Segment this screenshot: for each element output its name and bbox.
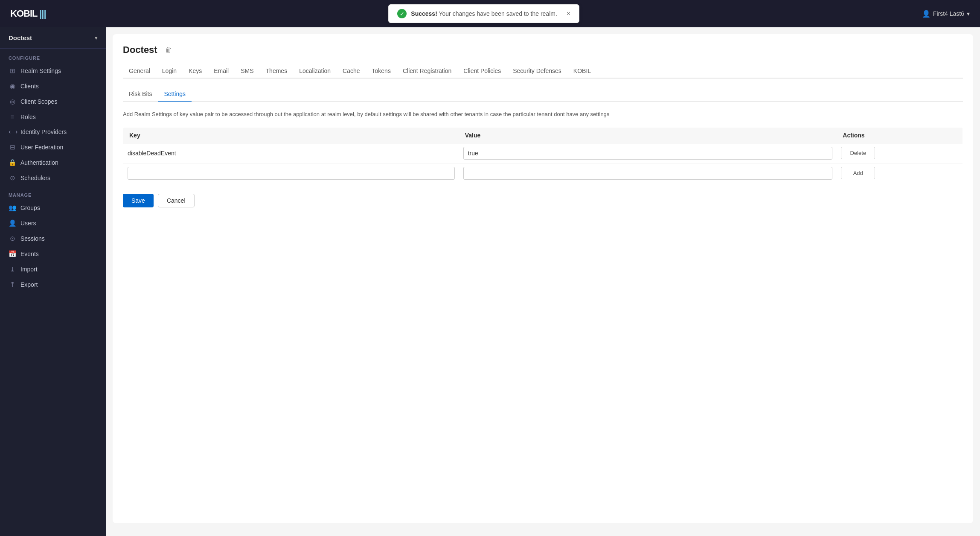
main-layout: Doctest ▾ Configure ⊞ Realm Settings ◉ C…	[0, 27, 980, 536]
settings-table: Key Value Actions disableDeadEvent	[123, 127, 963, 184]
toast-message: Success! Your changes have been saved to…	[411, 10, 557, 17]
add-row-button[interactable]: Add	[841, 167, 875, 179]
sidebar-item-events[interactable]: 📅 Events	[0, 246, 106, 262]
sub-tab-settings[interactable]: Settings	[158, 87, 192, 102]
sidebar-item-export[interactable]: ⤒ Export	[0, 277, 106, 292]
sidebar-item-label: Import	[20, 266, 38, 273]
sidebar-item-user-federation[interactable]: ⊟ User Federation	[0, 140, 106, 155]
tab-general[interactable]: General	[123, 64, 156, 79]
sub-tabs: Risk Bits Settings	[123, 87, 963, 102]
row-key-value: disableDeadEvent	[128, 150, 176, 157]
sessions-icon: ⊙	[9, 235, 16, 242]
sidebar-item-label: Export	[20, 281, 38, 288]
user-icon: 👤	[922, 10, 931, 18]
sidebar-item-label: Groups	[20, 204, 40, 211]
sidebar-item-client-scopes[interactable]: ◎ Client Scopes	[0, 94, 106, 109]
new-key-input[interactable]	[128, 167, 455, 180]
users-icon: 👤	[9, 219, 16, 227]
user-menu[interactable]: 👤 First4 Last6 ▾	[922, 10, 970, 18]
col-header-actions: Actions	[837, 127, 963, 143]
save-button[interactable]: Save	[123, 194, 154, 207]
sidebar-item-groups[interactable]: 👥 Groups	[0, 200, 106, 216]
sidebar-item-import[interactable]: ⤓ Import	[0, 262, 106, 277]
main-content: Doctest 🗑 General Login Keys Email SMS T…	[106, 27, 980, 536]
tab-cache[interactable]: Cache	[337, 64, 366, 79]
sidebar-item-roles[interactable]: ≡ Roles	[0, 109, 106, 124]
new-row: Add	[123, 163, 963, 183]
realm-label: Doctest	[9, 34, 32, 41]
sidebar-item-label: Clients	[20, 83, 39, 90]
tab-localization[interactable]: Localization	[293, 64, 337, 79]
col-header-value: Value	[459, 127, 837, 143]
tab-sms[interactable]: SMS	[235, 64, 259, 79]
sidebar-item-label: Client Scopes	[20, 98, 57, 105]
sidebar-item-label: Events	[20, 251, 39, 257]
delete-row-button[interactable]: Delete	[841, 147, 875, 159]
user-chevron-icon: ▾	[967, 10, 970, 17]
tab-login[interactable]: Login	[156, 64, 183, 79]
user-federation-icon: ⊟	[9, 143, 16, 151]
import-icon: ⤓	[9, 265, 16, 273]
sidebar: Doctest ▾ Configure ⊞ Realm Settings ◉ C…	[0, 27, 106, 536]
roles-icon: ≡	[9, 113, 16, 120]
sidebar-item-label: Identity Providers	[20, 128, 67, 135]
toast-notification: ✓ Success! Your changes have been saved …	[388, 4, 579, 23]
row-value-input[interactable]	[463, 147, 833, 160]
sidebar-item-label: Users	[20, 220, 36, 227]
sidebar-item-realm-settings[interactable]: ⊞ Realm Settings	[0, 63, 106, 79]
sidebar-item-label: Authentication	[20, 159, 58, 166]
sidebar-item-label: User Federation	[20, 144, 63, 151]
table-row: disableDeadEvent Delete	[123, 143, 963, 163]
tab-client-registration[interactable]: Client Registration	[397, 64, 457, 79]
tab-client-policies[interactable]: Client Policies	[457, 64, 507, 79]
sidebar-item-label: Sessions	[20, 235, 45, 242]
realm-delete-button[interactable]: 🗑	[163, 45, 174, 55]
realm-settings-icon: ⊞	[9, 67, 16, 75]
sidebar-item-label: Realm Settings	[20, 67, 61, 74]
logo: KOBIL |||	[10, 8, 46, 19]
footer-actions: Save Cancel	[123, 194, 963, 207]
col-header-key: Key	[123, 127, 459, 143]
realm-selector[interactable]: Doctest ▾	[0, 27, 106, 49]
export-icon: ⤒	[9, 281, 16, 288]
events-icon: 📅	[9, 250, 16, 258]
sidebar-item-label: Roles	[20, 114, 36, 120]
tab-keys[interactable]: Keys	[183, 64, 208, 79]
tab-email[interactable]: Email	[208, 64, 235, 79]
sidebar-item-label: Schedulers	[20, 175, 50, 181]
tab-security-defenses[interactable]: Security Defenses	[507, 64, 567, 79]
sidebar-item-sessions[interactable]: ⊙ Sessions	[0, 231, 106, 246]
tab-kobil[interactable]: KOBIL	[567, 64, 597, 79]
realm-chevron-icon: ▾	[95, 35, 97, 41]
settings-description: Add Realm Settings of key value pair to …	[123, 110, 963, 119]
sidebar-item-clients[interactable]: ◉ Clients	[0, 79, 106, 94]
page-header: Doctest 🗑	[123, 44, 963, 55]
user-label: First4 Last6	[933, 10, 964, 17]
client-scopes-icon: ◎	[9, 98, 16, 105]
content-area: Doctest 🗑 General Login Keys Email SMS T…	[113, 34, 973, 523]
identity-providers-icon: ⟷	[9, 128, 16, 136]
new-value-input[interactable]	[463, 167, 833, 180]
schedulers-icon: ⊙	[9, 174, 16, 182]
sidebar-item-identity-providers[interactable]: ⟷ Identity Providers	[0, 124, 106, 140]
sidebar-item-users[interactable]: 👤 Users	[0, 216, 106, 231]
topbar: KOBIL ||| ✓ Success! Your changes have b…	[0, 0, 980, 27]
page-title: Doctest	[123, 44, 157, 55]
authentication-icon: 🔒	[9, 159, 16, 166]
main-tabs: General Login Keys Email SMS Themes Loca…	[123, 64, 963, 79]
groups-icon: 👥	[9, 204, 16, 212]
manage-section-label: Manage	[0, 186, 106, 200]
sidebar-item-authentication[interactable]: 🔒 Authentication	[0, 155, 106, 170]
configure-section-label: Configure	[0, 49, 106, 63]
cancel-button[interactable]: Cancel	[158, 194, 195, 207]
toast-close-button[interactable]: ×	[567, 10, 570, 17]
tab-themes[interactable]: Themes	[260, 64, 294, 79]
sidebar-item-schedulers[interactable]: ⊙ Schedulers	[0, 170, 106, 186]
toast-success-icon: ✓	[397, 9, 407, 18]
tab-tokens[interactable]: Tokens	[366, 64, 397, 79]
clients-icon: ◉	[9, 82, 16, 90]
sub-tab-risk-bits[interactable]: Risk Bits	[123, 87, 158, 102]
